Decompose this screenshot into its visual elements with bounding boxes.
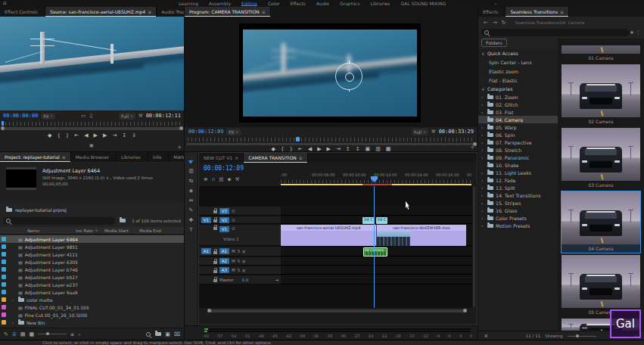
label-color-swatch[interactable] (2, 244, 6, 249)
home-icon[interactable]: ⌂ (3, 0, 6, 7)
project-row[interactable]: ▤ Adjustment Layer 6464 (0, 235, 184, 243)
column-name[interactable]: Name (27, 228, 39, 233)
program-zoom-select[interactable]: Fit∨ (226, 129, 241, 135)
export-frame-button[interactable]: ▣ (89, 142, 94, 148)
transition-preset[interactable]: 02 Camera (562, 64, 640, 126)
thumbnail-size-slider[interactable] (568, 336, 596, 337)
category-item[interactable]: › Motion Presets (478, 222, 558, 229)
timeline-playhead-line[interactable] (374, 186, 375, 308)
track-lock-icon[interactable] (213, 210, 217, 213)
category-item[interactable]: › 13. Split (478, 184, 558, 191)
overwrite-button[interactable]: ⇓ (132, 132, 136, 138)
extract-button[interactable]: ↧ (356, 146, 360, 151)
project-row[interactable]: ▤ Fine Cut.00_01_26_10.Still0 (0, 311, 184, 319)
add-marker-button[interactable]: ◆ (48, 132, 51, 138)
workspace-tab[interactable]: Color (268, 1, 280, 6)
transition-preset[interactable]: 04 Camera (562, 191, 640, 253)
icon-view-button[interactable]: ▤ (20, 331, 26, 337)
category-item[interactable]: › 15. Stripes (478, 199, 558, 207)
button-editor-plus[interactable]: + (470, 145, 474, 151)
step-forward-button[interactable]: ▶ (103, 132, 107, 138)
scrollbar-left-knob[interactable] (1, 126, 5, 130)
ripple-edit-tool[interactable]: ⇆ (185, 176, 198, 185)
program-monitor-tab[interactable]: Program: CAMERA TRANSITION≡ (185, 7, 271, 17)
mark-in-button[interactable]: { (281, 146, 284, 151)
label-color-swatch[interactable] (2, 290, 6, 294)
program-playhead[interactable] (296, 137, 300, 141)
category-item[interactable]: › 01. Zoom (478, 93, 558, 101)
step-back-button[interactable]: ◀ (84, 132, 88, 138)
drag-audio-only-icon[interactable]: ♫ (89, 113, 93, 119)
track-v3-button[interactable]: V3 (219, 208, 229, 214)
project-panel-tab[interactable]: Info (148, 152, 169, 162)
pen-tool[interactable]: ✎ (185, 205, 198, 215)
project-row[interactable]: › ▤ color matte (0, 296, 184, 303)
track-v1-button[interactable]: V1 (219, 226, 229, 232)
solo-button[interactable]: S (238, 259, 241, 263)
insert-button[interactable]: ↧ (122, 132, 126, 138)
workspace-tab[interactable]: Assembly (209, 1, 231, 6)
list-view-button[interactable]: ≣ (12, 331, 17, 337)
mute-button[interactable]: M (232, 249, 235, 253)
scrollbar-left-knob[interactable] (207, 309, 211, 312)
project-panel-tab[interactable]: Project: replayer-tutorial≡ (0, 152, 71, 162)
project-file-row[interactable]: replayer-tutorial.prproj (0, 205, 184, 214)
source-playback-resolution-select[interactable]: Full∨ (119, 113, 135, 120)
insert-overwrite-toggle[interactable]: ≣ (204, 176, 207, 182)
voiceover-mic-icon[interactable]: ψ (242, 249, 245, 253)
category-item[interactable]: › 07. Perspective (478, 138, 558, 146)
forward-button[interactable]: → (493, 20, 497, 26)
transitions-panel-tab[interactable]: Seamless Transitions≡ (506, 7, 569, 17)
project-row[interactable]: ▤ Adjustment Layer 9aa9 (0, 288, 184, 296)
track-lock-icon[interactable] (213, 261, 217, 264)
track-select-forward-tool[interactable]: ▥ (185, 166, 198, 176)
clear-button[interactable]: ⌧ (174, 331, 180, 337)
folders-button[interactable]: Folders (481, 39, 507, 47)
mark-in-button[interactable]: { (57, 132, 60, 138)
refresh-button[interactable]: ↻ (502, 20, 506, 26)
transition-clip-v2-left[interactable]: 04 C (362, 217, 375, 224)
go-to-out-button[interactable]: ⇥ (336, 146, 341, 151)
transition-preset[interactable]: 05 Camera (562, 255, 640, 316)
video-clip-2[interactable]: san-francisco-4bXZWVER.mov (376, 225, 466, 246)
more-options-icon[interactable]: ⋮ (636, 30, 641, 36)
project-row[interactable]: ▤ Adjustment Layer 6305 (0, 258, 184, 266)
export-frame-button[interactable]: ▣ (366, 146, 371, 151)
track-lock-icon[interactable] (213, 227, 217, 230)
play-button[interactable]: ▶ (317, 146, 321, 151)
workspace-tab[interactable]: Libraries (371, 1, 390, 6)
category-item[interactable]: › 14. Text Transitions (478, 191, 558, 199)
preview-thumbnail[interactable] (6, 167, 36, 190)
track-v2-button[interactable]: V2 (219, 217, 229, 223)
project-row[interactable]: ▤ Adjustment Layer e237 (0, 281, 184, 288)
source-tabs-overflow-icon[interactable]: » (174, 8, 183, 14)
mark-out-button[interactable]: } (289, 146, 292, 151)
snap-toggle[interactable]: ∩ (211, 176, 215, 182)
project-panel-tab[interactable]: Libraries (117, 152, 148, 162)
category-item[interactable]: › 11. Light Leaks (478, 169, 558, 176)
type-tool[interactable]: T (185, 225, 198, 235)
multi-camera-button[interactable]: ▦ (386, 146, 391, 151)
project-row[interactable]: ▤ Adjustment Layer 9851 (0, 243, 184, 250)
source-playhead[interactable] (2, 121, 4, 126)
add-marker-button[interactable]: ◆ (272, 146, 275, 151)
slip-tool[interactable]: ⇹ (185, 195, 198, 205)
workspace-tab[interactable]: Learning (179, 1, 198, 6)
category-item[interactable]: 04. Camera (478, 116, 558, 123)
transitions-search-input[interactable] (490, 30, 618, 36)
solo-button[interactable]: S (238, 268, 241, 272)
track-a1-button[interactable]: A1 (219, 248, 229, 254)
new-item-button[interactable]: ▣ (165, 331, 170, 337)
sort-dropdown-icon[interactable]: ∨ (78, 332, 81, 337)
project-search-input[interactable] (11, 218, 102, 224)
project-row[interactable]: ▤ Adjustment Layer b527 (0, 273, 184, 281)
voiceover-mic-icon[interactable]: ψ (242, 268, 245, 272)
favorites-star-icon[interactable]: ★ (630, 30, 634, 36)
freeform-view-button[interactable]: ▦ (29, 331, 34, 337)
scrollbar-right-knob[interactable] (463, 309, 467, 312)
track-output-eye-icon[interactable]: ⊙ (232, 226, 235, 231)
label-color-swatch[interactable] (2, 275, 6, 279)
track-lock-icon[interactable] (213, 251, 217, 254)
category-item[interactable]: › 08. Stretch (478, 146, 558, 154)
thumbnail-size-slider[interactable] (38, 334, 67, 334)
